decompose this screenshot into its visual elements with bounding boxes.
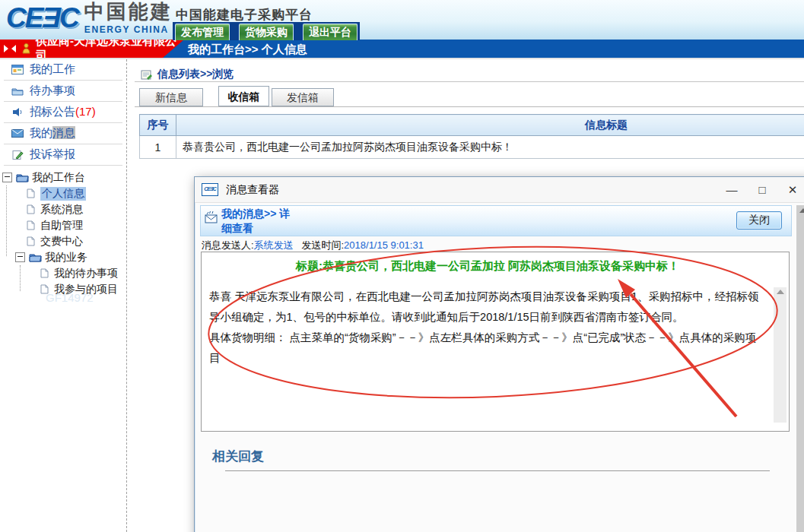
platform-title: 中国能建电子采购平台 — [176, 6, 313, 24]
minimize-icon[interactable]: — — [717, 177, 747, 202]
nav-tab-publish[interactable]: 发布管理 — [175, 24, 230, 40]
tree-node-payment-center[interactable]: 交费中心 — [0, 233, 126, 249]
mail-rays-icon — [205, 211, 220, 227]
message-section-title: 我的消息>> 详细查看 — [221, 207, 297, 236]
unread-count-badge: (17) — [75, 105, 96, 118]
tree-node-label: 我的待办事项 — [54, 267, 118, 280]
user-icon — [19, 43, 33, 54]
tree-node-label: 我的工作台 — [32, 171, 85, 185]
cell-row-no: 1 — [140, 136, 176, 159]
message-table: 序号 信息标题 1 恭喜贵公司，西北电建一公司孟加拉阿苏岗杰项目油泵设备采购中标… — [139, 114, 804, 159]
mail-icon — [11, 129, 24, 138]
work-icon — [11, 65, 24, 74]
scroll-up-icon[interactable] — [777, 290, 784, 294]
sidebar-item-label: 招标公告 — [30, 105, 75, 118]
replies-title: 相关回复 — [212, 448, 264, 465]
collapse-left-icon[interactable] — [11, 45, 16, 52]
window-title: 消息查看器 — [226, 183, 279, 197]
divider — [135, 81, 804, 82]
table-header-row: 序号 信息标题 — [140, 115, 804, 136]
workbench-tree: 我的工作台 个人信息 系统消息 — [0, 169, 126, 297]
tree-page-icon — [37, 268, 51, 278]
tree-node-label: 系统消息 — [40, 203, 83, 217]
supplier-banner: 供应商-天津远东泵业有限公司 — [0, 40, 184, 58]
highlighted-text: 消息 — [52, 126, 75, 139]
message-viewer-window: CEƎC 消息查看器 — □ ✕ 我的消息>> 详细查看 关闭 消息发送人:系统… — [194, 176, 804, 532]
message-tabs: 新信息 收信箱 发信箱 — [139, 86, 520, 107]
cell-message-title[interactable]: 恭喜贵公司，西北电建一公司孟加拉阿苏岗杰项目油泵设备采购中标！ — [176, 136, 804, 159]
sidebar-item-label: 投诉举报 — [30, 147, 75, 162]
tree-node-system-messages[interactable]: 系统消息 — [0, 201, 126, 217]
pen-report-icon — [11, 150, 24, 160]
tree-node-my-pending[interactable]: 我的待办事项 — [0, 265, 126, 281]
app-window: CEƎC 中国能建 ENERGY CHINA 中国能建电子采购平台 发布管理 货… — [0, 0, 804, 532]
ceec-window-icon: CEƎC — [202, 183, 218, 196]
ceec-logo-icon: CEƎC — [6, 2, 78, 34]
tab-outbox[interactable]: 发信箱 — [272, 88, 334, 106]
tree-node-self-service[interactable]: 自助管理 — [0, 217, 126, 233]
collapse-minus-icon[interactable] — [2, 173, 12, 182]
main-nav: 发布管理 货物采购 退出平台 — [173, 22, 360, 40]
sidebar-item-my-work[interactable]: 我的工作 — [4, 59, 122, 81]
message-paragraph: 恭喜 天津远东泵业有限公司，在西北电建一公司孟加拉阿苏岗杰项目油泵设备采购项目1… — [209, 287, 763, 328]
window-body: 我的消息>> 详细查看 关闭 消息发送人:系统发送 发送时间:2018/1/15… — [195, 203, 804, 532]
tree-node-label-selected: 个人信息 — [40, 187, 86, 201]
message-body: 恭喜 天津远东泵业有限公司，在西北电建一公司孟加拉阿苏岗杰项目油泵设备采购项目1… — [209, 287, 763, 369]
nav-tab-exit[interactable]: 退出平台 — [303, 24, 358, 40]
tree-page-icon — [24, 220, 37, 230]
sidebar-item-tender-notice[interactable]: 招标公告(17) — [4, 102, 122, 123]
tree-folder-icon — [28, 253, 42, 262]
nav-tab-goods[interactable]: 货物采购 — [239, 24, 294, 40]
message-paragraph: 具体货物明细： 点主菜单的“货物采购”－－》点左栏具体的采购方式－－》点“已完成… — [209, 328, 763, 369]
col-header-no: 序号 — [140, 115, 176, 136]
sidebar-item-label: 我的工作 — [30, 62, 75, 77]
tree-node-label: 我的业务 — [45, 251, 87, 264]
sidebar-item-complaint[interactable]: 投诉举报 — [4, 144, 122, 166]
tree-node-personal-info[interactable]: 个人信息 — [0, 185, 126, 201]
sidebar-item-my-messages[interactable]: 我的消息 — [4, 123, 122, 144]
tree-node-workbench[interactable]: 我的工作台 — [0, 169, 126, 185]
scroll-up-icon[interactable] — [799, 208, 804, 213]
header: CEƎC 中国能建 ENERGY CHINA 中国能建电子采购平台 发布管理 货… — [0, 0, 804, 40]
folder-icon — [11, 87, 24, 96]
sidebar-item-todo[interactable]: 待办事项 — [4, 81, 122, 102]
table-row[interactable]: 1 恭喜贵公司，西北电建一公司孟加拉阿苏岗杰项目油泵设备采购中标！ — [140, 136, 804, 159]
logo-cn-text: 中国能建 — [84, 2, 173, 22]
brand-logo: CEƎC 中国能建 ENERGY CHINA — [6, 2, 173, 35]
tab-inbox-active[interactable]: 收信箱 — [218, 86, 269, 106]
maximize-icon[interactable]: □ — [747, 177, 777, 202]
sender-line: 消息发送人:系统发送 发送时间:2018/1/15 9:01:31 — [202, 239, 424, 252]
message-content-box: 标题:恭喜贵公司，西北电建一公司孟加拉 阿苏岗杰项目油泵设备采购中标！ 恭喜 天… — [201, 252, 790, 432]
notepad-icon — [139, 69, 153, 80]
collapse-right-icon[interactable] — [4, 45, 8, 52]
collapse-minus-icon[interactable] — [15, 252, 25, 262]
sender-label: 消息发送人: — [202, 239, 254, 251]
time-value: 2018/1/15 9:01:31 — [344, 239, 424, 251]
logo-en-text: ENERGY CHINA — [84, 24, 173, 35]
tree-node-label: 自助管理 — [40, 219, 83, 233]
sidebar-item-label: 我的 — [30, 126, 52, 139]
breadcrumb: 我的工作台>> 个人信息 — [188, 40, 307, 58]
tree-node-my-business[interactable]: 我的业务 — [0, 249, 126, 265]
watermark: GF14972 — [46, 291, 94, 304]
inner-scrollbar[interactable] — [774, 287, 787, 423]
tree-folder-icon — [15, 173, 29, 182]
tree-page-icon — [24, 204, 37, 214]
tree-node-label: 交费中心 — [40, 235, 83, 249]
speaker-icon — [11, 107, 24, 117]
time-label: 发送时间: — [301, 239, 344, 251]
sender-value: 系统发送 — [254, 239, 294, 251]
close-button[interactable]: 关闭 — [736, 211, 782, 230]
message-section-header: 我的消息>> 详细查看 关闭 — [200, 205, 792, 236]
message-title: 标题:恭喜贵公司，西北电建一公司孟加拉 阿苏岗杰项目油泵设备采购中标！ — [209, 259, 766, 274]
tree-page-icon — [24, 236, 37, 246]
sidebar: 我的工作 待办事项 招标公告(17) 我的消息 投诉举报 — [0, 59, 127, 532]
close-icon[interactable]: ✕ — [777, 177, 804, 202]
sidebar-item-label: 待办事项 — [30, 84, 75, 98]
divider — [135, 106, 804, 107]
modal-scrollbar[interactable] — [796, 205, 804, 532]
window-titlebar[interactable]: CEƎC 消息查看器 — □ ✕ — [195, 177, 804, 203]
tree-page-icon — [24, 188, 37, 198]
divider — [225, 470, 770, 471]
tab-new-messages[interactable]: 新信息 — [139, 88, 203, 106]
